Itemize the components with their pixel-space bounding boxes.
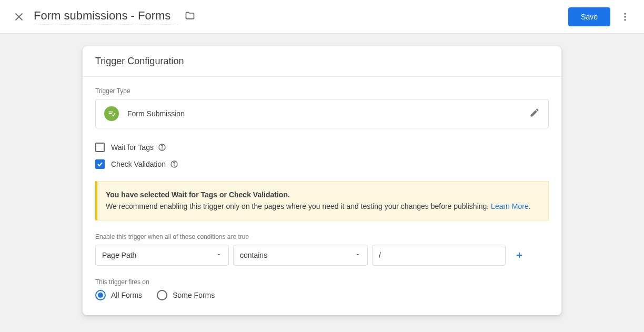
radio-all-forms[interactable]: All Forms <box>95 290 142 300</box>
fires-on-label: This trigger fires on <box>95 278 549 286</box>
check-validation-checkbox[interactable] <box>95 159 105 169</box>
save-button[interactable]: Save <box>568 7 610 26</box>
config-card: Trigger Configuration Trigger Type Form … <box>83 46 561 315</box>
conditions-section: Enable this trigger when all of these co… <box>95 233 549 266</box>
wait-for-tags-label: Wait for Tags <box>111 143 154 152</box>
check-icon <box>96 160 104 168</box>
add-condition-button[interactable] <box>513 249 526 261</box>
condition-value-input[interactable] <box>372 245 506 266</box>
alert-bold: You have selected Wait for Tags or Check… <box>106 190 290 199</box>
condition-variable-select[interactable]: Page Path <box>95 245 229 266</box>
folder-button[interactable] <box>185 11 195 23</box>
radio-icon <box>157 290 167 300</box>
top-bar: Save <box>0 0 644 34</box>
wait-for-tags-row: Wait for Tags <box>95 139 549 156</box>
validation-alert: You have selected Wait for Tags or Check… <box>95 181 549 220</box>
svg-point-10 <box>174 166 174 166</box>
svg-point-2 <box>624 13 626 14</box>
folder-icon <box>185 11 195 21</box>
radio-icon <box>95 290 106 300</box>
svg-point-3 <box>624 16 626 17</box>
card-body: Trigger Type Form Submission Wait for Ta… <box>83 77 561 315</box>
condition-operator-value: contains <box>240 251 267 259</box>
card-title: Trigger Configuration <box>83 46 561 77</box>
close-icon <box>13 11 25 23</box>
learn-more-link[interactable]: Learn More <box>491 202 529 210</box>
wait-for-tags-checkbox[interactable] <box>95 143 105 152</box>
trigger-type-label: Trigger Type <box>95 87 549 95</box>
trigger-type-name: Form Submission <box>127 109 529 118</box>
trigger-type-row[interactable]: Form Submission <box>95 99 549 128</box>
check-validation-help[interactable] <box>170 160 178 168</box>
alert-suffix: . <box>529 202 531 210</box>
title-wrap <box>34 8 195 25</box>
page: Trigger Configuration Trigger Type Form … <box>0 34 644 332</box>
help-icon <box>170 160 178 168</box>
plus-icon <box>515 250 524 260</box>
more-vert-icon <box>620 12 630 22</box>
svg-point-8 <box>162 149 162 149</box>
check-validation-row: Check Validation <box>95 156 549 173</box>
help-icon <box>158 143 166 152</box>
chevron-down-icon <box>216 251 222 259</box>
conditions-label: Enable this trigger when all of these co… <box>95 233 549 240</box>
condition-operator-select[interactable]: contains <box>233 245 368 266</box>
fires-on-section: This trigger fires on All Forms Some For… <box>95 278 549 300</box>
edit-trigger-type-button[interactable] <box>529 107 540 120</box>
radio-some-label: Some Forms <box>173 291 215 299</box>
alert-text: We recommend enabling this trigger only … <box>106 202 491 210</box>
wait-for-tags-help[interactable] <box>158 143 166 152</box>
fires-on-radio-group: All Forms Some Forms <box>95 290 549 300</box>
radio-all-label: All Forms <box>111 291 142 299</box>
condition-variable-value: Page Path <box>102 251 136 259</box>
radio-some-forms[interactable]: Some Forms <box>157 290 215 300</box>
pencil-icon <box>529 107 540 118</box>
check-validation-label: Check Validation <box>111 160 166 168</box>
chevron-down-icon <box>355 251 361 259</box>
close-button[interactable] <box>8 6 29 27</box>
condition-row: Page Path contains <box>95 245 549 266</box>
form-submission-icon <box>104 106 119 121</box>
more-menu-button[interactable] <box>615 6 636 27</box>
svg-point-4 <box>624 19 626 21</box>
trigger-name-input[interactable] <box>34 8 178 25</box>
